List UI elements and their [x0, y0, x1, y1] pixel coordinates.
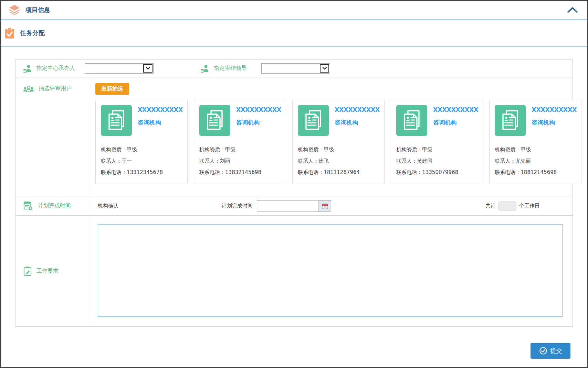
svg-text:17: 17 — [323, 206, 326, 209]
org-phone: 联系电话：18111287964 — [298, 167, 380, 178]
plan-label: 计划完成时间 — [38, 202, 71, 209]
document-file-icon — [101, 105, 132, 136]
org-name-link[interactable]: XXXXXXXXXX — [532, 106, 577, 113]
section-title: 任务分配 — [20, 29, 45, 37]
review-row: 抽选评审用户 重新抽选 — [15, 77, 573, 196]
person-icon — [200, 64, 209, 73]
plan-date-input[interactable] — [257, 201, 318, 212]
leader-select-arrow[interactable] — [320, 64, 329, 73]
handler-select-arrow[interactable] — [143, 64, 153, 73]
calendar-picker-button[interactable]: 17 — [318, 201, 331, 212]
work-row: 工作要求 — [15, 216, 573, 326]
org-contact: 联系人：徐飞 — [298, 155, 380, 167]
org-phone: 联系电话：18812145698 — [495, 167, 577, 178]
review-label: 抽选评审用户 — [39, 85, 72, 92]
total-workdays-input[interactable] — [498, 202, 516, 210]
review-card: XXXXXXXXXX 咨询机构 机构资质：甲级 联系人：刘丽 联系电话：1383… — [194, 100, 286, 184]
review-cards: XXXXXXXXXX 咨询机构 机构资质：甲级 联系人：王一 联系电话：1331… — [95, 100, 581, 184]
submit-area: 提交 — [1, 327, 587, 359]
document-file-icon — [396, 105, 427, 136]
total-workdays-group: 共计 个工作日 — [485, 202, 540, 210]
assign-row: 指定中心承办人 指定审结领导 — [15, 59, 573, 77]
collapse-section-button[interactable] — [567, 7, 578, 13]
review-card: XXXXXXXXXX 咨询机构 机构资质：甲级 联系人：徐飞 联系电话：1811… — [292, 100, 385, 184]
document-file-icon — [495, 105, 526, 136]
page: 项目信息 任务分配 — [0, 0, 588, 368]
check-circle-icon — [539, 347, 547, 355]
calendar-picker-icon: 17 — [322, 203, 328, 209]
task-form: 指定中心承办人 指定审结领导 — [15, 59, 573, 327]
total-prefix: 共计 — [485, 203, 496, 209]
reselect-button[interactable]: 重新抽选 — [95, 83, 129, 95]
org-qualification: 机构资质：甲级 — [396, 144, 478, 155]
org-qualification: 机构资质：甲级 — [101, 144, 183, 155]
project-info-header: 项目信息 — [1, 1, 587, 20]
org-type-link[interactable]: 咨询机构 — [335, 119, 380, 127]
org-type-link[interactable]: 咨询机构 — [138, 119, 183, 127]
person-icon — [23, 64, 32, 73]
plan-date-field: 17 — [257, 200, 331, 212]
work-label: 工作要求 — [36, 268, 59, 275]
plan-calendar-icon — [23, 201, 33, 211]
org-name-link[interactable]: XXXXXXXXXX — [335, 106, 380, 113]
org-phone: 联系电话：13312345678 — [101, 167, 183, 178]
review-card: XXXXXXXXXX 咨询机构 机构资质：甲级 联系人：尤先丽 联系电话：188… — [489, 100, 581, 184]
org-qualification: 机构资质：甲级 — [495, 144, 577, 155]
org-type-link[interactable]: 咨询机构 — [433, 119, 478, 127]
review-card: XXXXXXXXXX 咨询机构 机构资质：甲级 联系人：黄建国 联系电话：133… — [391, 100, 483, 184]
group-icon — [23, 85, 34, 93]
layers-icon — [8, 4, 21, 16]
chevron-up-icon — [567, 7, 578, 13]
clipboard-pencil-icon — [23, 266, 32, 276]
review-card: XXXXXXXXXX 咨询机构 机构资质：甲级 联系人：王一 联系电话：1331… — [95, 100, 188, 184]
page-title: 项目信息 — [25, 6, 50, 14]
task-assignment-header: 任务分配 — [1, 20, 587, 47]
org-phone: 联系电话：13832145698 — [199, 167, 281, 178]
clipboard-check-icon — [4, 27, 15, 39]
handler-select[interactable] — [85, 63, 154, 74]
plan-date-label: 计划完成时间 — [222, 203, 253, 209]
org-qualification: 机构资质：甲级 — [199, 144, 281, 155]
leader-label: 指定审结领导 — [214, 65, 247, 72]
org-phone: 联系电话：13350079968 — [396, 167, 478, 178]
org-name-link[interactable]: XXXXXXXXXX — [138, 106, 183, 113]
org-qualification: 机构资质：甲级 — [298, 144, 380, 155]
org-contact: 联系人：王一 — [101, 155, 183, 167]
handler-label: 指定中心承办人 — [36, 65, 75, 72]
work-requirements-textarea[interactable] — [98, 224, 563, 317]
org-contact: 联系人：尤先丽 — [495, 155, 577, 167]
submit-button[interactable]: 提交 — [531, 343, 570, 359]
total-suffix: 个工作日 — [519, 203, 540, 209]
document-file-icon — [199, 105, 230, 136]
org-confirm-text: 机构确认 — [98, 203, 118, 209]
org-name-link[interactable]: XXXXXXXXXX — [236, 106, 281, 113]
org-name-link[interactable]: XXXXXXXXXX — [433, 106, 478, 113]
org-type-link[interactable]: 咨询机构 — [532, 119, 577, 127]
org-contact: 联系人：刘丽 — [199, 155, 281, 167]
plan-row: 计划完成时间 机构确认 计划完成时间 17 — [15, 196, 573, 216]
org-type-link[interactable]: 咨询机构 — [236, 119, 281, 127]
org-contact: 联系人：黄建国 — [396, 155, 478, 167]
document-file-icon — [298, 105, 329, 136]
submit-label: 提交 — [550, 347, 562, 355]
leader-select[interactable] — [261, 63, 330, 74]
